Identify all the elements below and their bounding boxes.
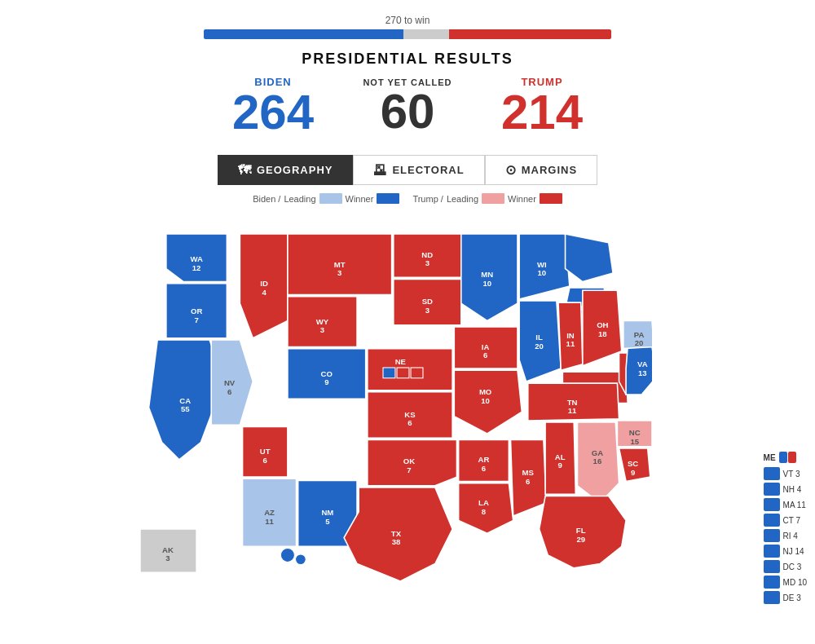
trump-leading-label: Leading bbox=[447, 194, 478, 204]
dc-label: DC 3 bbox=[783, 562, 802, 571]
sidebar-state-dc: DC 3 bbox=[764, 560, 807, 573]
svg-marker-9 bbox=[211, 340, 253, 425]
sidebar-state-me: ME bbox=[764, 452, 807, 463]
progress-bar bbox=[204, 29, 611, 39]
svg-marker-81 bbox=[459, 483, 513, 534]
biden-winner-label: Winner bbox=[346, 194, 374, 204]
not-called-votes: 60 bbox=[342, 87, 473, 136]
svg-rect-41 bbox=[383, 368, 395, 378]
biden-winner-box bbox=[377, 193, 399, 204]
trump-progress bbox=[449, 29, 611, 39]
svg-marker-114 bbox=[623, 321, 652, 349]
biden-votes: 264 bbox=[204, 88, 342, 137]
svg-text:4: 4 bbox=[292, 574, 297, 582]
not-called-progress bbox=[403, 29, 449, 39]
md-box bbox=[764, 576, 780, 589]
trump-legend-label: Trump / bbox=[412, 194, 443, 204]
svg-rect-42 bbox=[397, 368, 409, 378]
vt-box bbox=[764, 467, 780, 480]
svg-text:29: 29 bbox=[646, 289, 652, 298]
biden-legend-label: Biden / bbox=[253, 194, 280, 204]
trump-leading-box bbox=[482, 193, 504, 204]
nh-box bbox=[764, 483, 780, 496]
right-sidebar: ME VT 3 NH 4 MA 11 CT 7 RI 4 bbox=[764, 452, 807, 604]
electoral-icon: 🗳 bbox=[373, 163, 387, 178]
progress-label: 270 to win bbox=[0, 15, 815, 26]
tab-electoral[interactable]: 🗳 ELECTORAL bbox=[353, 155, 484, 185]
sidebar-state-nj: NJ 14 bbox=[764, 545, 807, 558]
ct-box bbox=[764, 514, 780, 527]
svg-point-123 bbox=[295, 554, 306, 565]
svg-marker-59 bbox=[566, 234, 614, 282]
sidebar-state-de: DE 3 bbox=[764, 591, 807, 604]
svg-text:NY: NY bbox=[645, 280, 652, 289]
svg-marker-15 bbox=[288, 234, 392, 295]
tab-geography[interactable]: 🗺 GEOGRAPHY bbox=[218, 155, 354, 185]
svg-marker-78 bbox=[459, 439, 509, 481]
nh-label: NH 4 bbox=[783, 485, 802, 494]
biden-leading-box bbox=[319, 193, 342, 204]
biden-progress bbox=[204, 29, 403, 39]
svg-marker-99 bbox=[617, 421, 652, 447]
us-map: WA 12 OR 7 CA 55 NV 6 ID 4 MT 3 WY 3 UT … bbox=[114, 207, 652, 582]
tab-geography-label: GEOGRAPHY bbox=[257, 164, 333, 176]
map-area: WA 12 OR 7 CA 55 NV 6 ID 4 MT 3 WY 3 UT … bbox=[0, 207, 815, 607]
tab-margins[interactable]: ⊙ MARGINS bbox=[485, 155, 597, 185]
svg-marker-33 bbox=[394, 234, 461, 277]
svg-rect-43 bbox=[411, 368, 423, 378]
ct-label: CT 7 bbox=[783, 516, 801, 525]
me-label: ME bbox=[764, 453, 776, 462]
dc-box bbox=[764, 560, 780, 573]
svg-marker-56 bbox=[519, 234, 570, 299]
svg-marker-75 bbox=[344, 487, 452, 581]
ma-box bbox=[764, 498, 780, 511]
progress-section: 270 to win bbox=[0, 0, 815, 39]
trump-results: TRUMP 214 bbox=[473, 76, 611, 137]
sidebar-state-ma: MA 11 bbox=[764, 498, 807, 511]
svg-marker-111 bbox=[540, 496, 626, 568]
geography-icon: 🗺 bbox=[238, 163, 252, 178]
svg-marker-21 bbox=[243, 426, 288, 477]
svg-marker-6 bbox=[149, 340, 218, 460]
page-title: PRESIDENTIAL RESULTS bbox=[0, 51, 815, 68]
svg-marker-63 bbox=[519, 301, 561, 382]
svg-marker-27 bbox=[243, 479, 297, 546]
trump-winner-box bbox=[540, 193, 562, 204]
ri-label: RI 4 bbox=[783, 532, 798, 540]
biden-legend: Biden / Leading Winner bbox=[253, 193, 399, 204]
sidebar-state-ct: CT 7 bbox=[764, 514, 807, 527]
svg-marker-102 bbox=[619, 448, 650, 481]
vt-label: VT 3 bbox=[783, 470, 800, 479]
svg-marker-90 bbox=[528, 383, 619, 421]
svg-marker-69 bbox=[583, 290, 622, 366]
svg-marker-12 bbox=[240, 234, 288, 338]
trump-winner-label: Winner bbox=[508, 194, 536, 204]
svg-marker-84 bbox=[510, 439, 546, 516]
ma-label: MA 11 bbox=[783, 501, 806, 509]
svg-marker-119 bbox=[140, 529, 196, 572]
me-box-2 bbox=[788, 452, 796, 463]
not-called-results: NOT YET CALLED 60 bbox=[342, 77, 473, 136]
svg-marker-96 bbox=[626, 346, 652, 395]
svg-marker-72 bbox=[368, 439, 457, 485]
svg-text:HI: HI bbox=[290, 565, 298, 574]
trump-legend: Trump / Leading Winner bbox=[412, 193, 562, 204]
svg-marker-53 bbox=[454, 370, 522, 434]
svg-marker-0 bbox=[166, 234, 227, 282]
svg-marker-24 bbox=[288, 349, 366, 399]
nj-label: NJ 14 bbox=[783, 547, 804, 556]
svg-marker-50 bbox=[454, 327, 518, 368]
sidebar-state-vt: VT 3 bbox=[764, 467, 807, 480]
biden-leading-label: Leading bbox=[284, 194, 315, 204]
trump-votes: 214 bbox=[473, 88, 611, 137]
de-label: DE 3 bbox=[783, 593, 801, 602]
tab-margins-label: MARGINS bbox=[522, 164, 577, 176]
legend: Biden / Leading Winner Trump / Leading W… bbox=[0, 193, 815, 204]
sidebar-state-ri: RI 4 bbox=[764, 529, 807, 542]
de-box bbox=[764, 591, 780, 604]
svg-marker-108 bbox=[577, 422, 619, 503]
svg-marker-3 bbox=[166, 284, 227, 338]
tab-electoral-label: ELECTORAL bbox=[392, 164, 464, 176]
svg-marker-18 bbox=[288, 297, 357, 347]
sidebar-state-md: MD 10 bbox=[764, 576, 807, 589]
